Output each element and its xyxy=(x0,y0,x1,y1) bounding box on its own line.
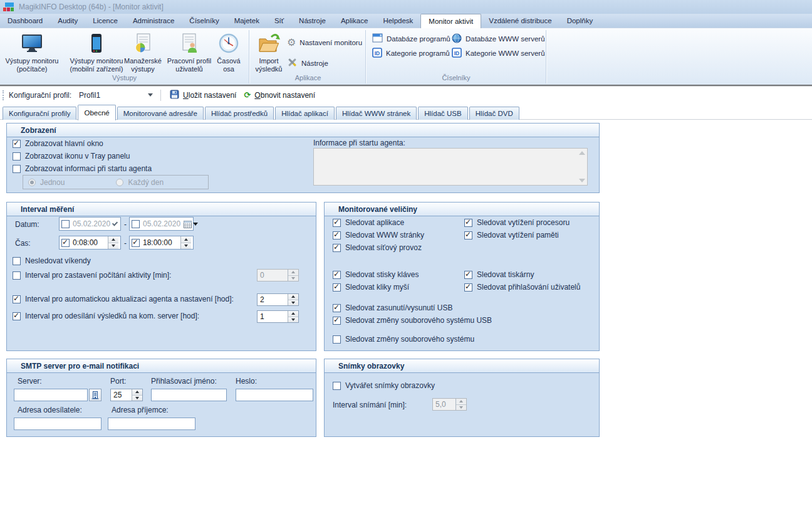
checkbox-box[interactable] xyxy=(13,152,21,160)
spin-buttons[interactable] xyxy=(288,294,298,305)
checkbox-box[interactable] xyxy=(333,283,341,292)
checkbox-sledovat-tiskarny[interactable]: Sledovat tiskárny xyxy=(464,270,534,279)
spin-buttons[interactable] xyxy=(288,311,298,322)
checkbox-sledovat-zmeny-fs-usb[interactable]: Sledovat změny souborového systému USB xyxy=(333,316,492,325)
interval-aktualizace-spinner[interactable]: 2 xyxy=(257,293,299,306)
checkbox-interval-odesilani-vysledku[interactable]: Interval pro odesílání výsledků na kom. … xyxy=(13,312,199,320)
ribbon-button-nastroje[interactable]: Nástroje xyxy=(287,57,328,69)
spin-buttons[interactable] xyxy=(180,236,191,249)
tab-hlidac-aplikaci[interactable]: Hlídač aplikací xyxy=(275,107,335,120)
checkbox-sledovat-zmeny-fs[interactable]: Sledovat změny souborového systému xyxy=(333,335,474,344)
checkbox-box[interactable] xyxy=(333,244,341,252)
time-from-field[interactable]: 0:08:00 xyxy=(59,236,121,250)
tab-hlidac-www-stranek[interactable]: Hlídač WWW stránek xyxy=(336,107,417,120)
checkbox-zobrazovat-hlavni-okno[interactable]: Zobrazovat hlavní okno xyxy=(13,139,103,148)
menu-item-licence[interactable]: Licence xyxy=(85,14,125,28)
tab-obecne[interactable]: Obecné xyxy=(78,105,115,120)
checkbox-vytvaret-snimky[interactable]: Vytvářet snímky obrazovky xyxy=(333,381,435,390)
login-input[interactable] xyxy=(151,389,227,401)
checkbox-interval-aktualizace-agenta[interactable]: Interval pro automatickou aktualizaci ag… xyxy=(13,295,234,303)
application-window: MagikINFO Desktop (64b) - [Monitor aktiv… xyxy=(0,0,812,526)
sender-input[interactable] xyxy=(14,418,102,430)
checkbox-box[interactable] xyxy=(464,231,472,239)
tab-konfiguracni-profily[interactable]: Konfigurační profily xyxy=(3,107,76,120)
spin-buttons[interactable] xyxy=(132,389,142,401)
menu-item-doplnky[interactable]: Doplňky xyxy=(560,14,601,28)
menu-item-administrace[interactable]: Administrace xyxy=(125,14,182,28)
date-to-field[interactable]: 05.02.2020 xyxy=(129,217,194,231)
time-to-field[interactable]: 18:00:00 xyxy=(129,236,194,250)
calendar-dropdown[interactable] xyxy=(184,220,198,228)
tab-monitorovane-adresare[interactable]: Monitorované adresáře xyxy=(117,107,204,120)
checkbox-sledovat-kliky-mysi[interactable]: Sledovat kliky myší xyxy=(333,283,409,292)
server-input[interactable] xyxy=(14,389,88,401)
tab-hlidac-prostredku[interactable]: Hlídač prostředků xyxy=(205,107,274,120)
spin-buttons[interactable] xyxy=(108,236,118,249)
menu-item-audity[interactable]: Audity xyxy=(50,14,85,28)
checkbox-box[interactable] xyxy=(13,165,21,173)
chevron-down-icon[interactable] xyxy=(112,220,118,226)
ribbon-button-kategorie-programu[interactable]: ID Kategorie programů xyxy=(372,48,450,59)
tab-hlidac-dvd[interactable]: Hlídač DVD xyxy=(469,107,519,120)
interval-odesilani-spinner[interactable]: 1 xyxy=(257,310,299,323)
ribbon-button-databaze-programu[interactable]: Databáze programů xyxy=(372,33,450,44)
menu-item-monitor-aktivit[interactable]: Monitor aktivit xyxy=(420,14,481,28)
menu-item-ciselniky[interactable]: Číselníky xyxy=(182,14,226,28)
checkbox-sledovat-prihlasovani[interactable]: Sledovat přihlašování uživatelů xyxy=(464,283,580,292)
checkbox-box[interactable] xyxy=(13,257,21,265)
checkbox-sledovat-www-stranky[interactable]: Sledovat WWW stránky xyxy=(333,231,424,239)
ribbon-button-databaze-www-serveru[interactable]: Databáze WWW serverů xyxy=(452,33,545,45)
checkbox-box[interactable] xyxy=(13,271,21,280)
checkbox-box[interactable] xyxy=(13,312,21,320)
port-spinner[interactable]: 25 xyxy=(110,389,143,401)
checkbox-box[interactable] xyxy=(464,219,472,227)
checkbox-zobrazovat-informaci-startu[interactable]: Zobrazovat informaci při startu agenta xyxy=(13,164,152,173)
checkbox-zobrazovat-ikonu-tray[interactable]: Zobrazovat ikonu v Tray panelu xyxy=(13,152,130,160)
checkbox-box[interactable] xyxy=(333,231,341,239)
ribbon-button-label: Databáze programů xyxy=(387,35,450,43)
menu-item-helpdesk[interactable]: Helpdesk xyxy=(375,14,420,28)
checkbox-box[interactable] xyxy=(13,140,21,148)
checkbox-box[interactable] xyxy=(333,271,341,279)
menu-item-sit[interactable]: Síť xyxy=(267,14,291,28)
checkbox-box[interactable] xyxy=(61,220,70,228)
checkbox-sledovat-stisky-klaves[interactable]: Sledovat stisky kláves xyxy=(333,270,419,279)
restore-settings-label: Obnovit nastavení xyxy=(254,91,315,100)
checkbox-sledovat-aplikace[interactable]: Sledovat aplikace xyxy=(333,218,404,227)
recipient-input[interactable] xyxy=(108,418,195,430)
ribbon-button-kategorie-www-serveru[interactable]: ID Kategorie WWW serverů xyxy=(452,48,545,59)
checkbox-nesledovat-vikendy[interactable]: Nesledovat víkendy xyxy=(13,256,91,265)
menu-item-vzdalene-distribuce[interactable]: Vzdálené distribuce xyxy=(481,14,559,28)
title-bar[interactable]: MagikINFO Desktop (64b) - [Monitor aktiv… xyxy=(0,0,812,14)
checkbox-box[interactable] xyxy=(13,295,21,303)
checkbox-box[interactable] xyxy=(333,382,341,390)
checkbox-box[interactable] xyxy=(464,283,472,292)
server-browse-button[interactable] xyxy=(89,389,102,401)
toolbar-grip[interactable] xyxy=(3,90,5,100)
checkbox-sledovat-usb-zasunuti[interactable]: Sledovat zasunutí/vysunutí USB xyxy=(333,303,452,312)
menu-item-aplikace[interactable]: Aplikace xyxy=(333,14,375,28)
checkbox-sledovat-vytizeni-procesoru[interactable]: Sledovat vytížení procesoru xyxy=(464,218,570,227)
ribbon-button-label: Časová osa xyxy=(214,57,244,73)
checkbox-sledovat-vytizeni-pameti[interactable]: Sledovat vytížení paměti xyxy=(464,231,559,239)
checkbox-box[interactable] xyxy=(333,219,341,227)
checkbox-sledovat-sitovy-provoz[interactable]: Sledovat síťový provoz xyxy=(333,243,422,252)
ribbon-button-nastaveni-monitoru[interactable]: ⚙ Nastavení monitoru xyxy=(287,38,362,48)
password-input[interactable] xyxy=(236,389,313,401)
checkbox-box[interactable] xyxy=(132,220,140,228)
menu-item-dashboard[interactable]: Dashboard xyxy=(0,14,50,28)
checkbox-box[interactable] xyxy=(333,304,341,312)
checkbox-box[interactable] xyxy=(61,239,70,247)
checkbox-box[interactable] xyxy=(333,335,341,344)
checkbox-box[interactable] xyxy=(333,317,341,325)
checkbox-box[interactable] xyxy=(132,239,140,247)
checkbox-interval-zastaveni-aktivity[interactable]: Interval pro zastavení počítání aktivity… xyxy=(13,271,171,280)
tab-hlidac-usb[interactable]: Hlídač USB xyxy=(418,107,467,120)
menu-item-nastroje[interactable]: Nástroje xyxy=(291,14,333,28)
menu-item-majetek[interactable]: Majetek xyxy=(227,14,267,28)
restore-settings-button[interactable]: ⟳ Obnovit nastavení xyxy=(240,90,319,101)
profile-combobox[interactable]: Profil1 xyxy=(76,89,155,102)
date-from-field[interactable]: 05.02.2020 xyxy=(59,217,121,231)
checkbox-box[interactable] xyxy=(464,271,472,279)
save-settings-button[interactable]: Uložit nastavení xyxy=(166,88,240,102)
